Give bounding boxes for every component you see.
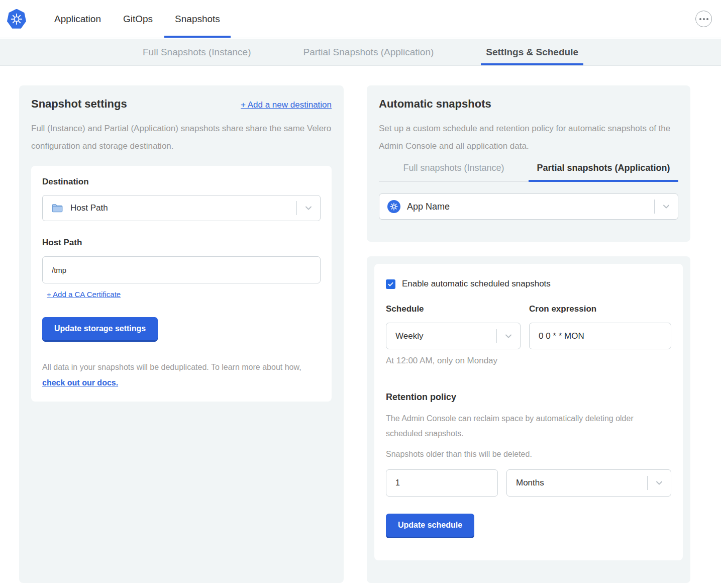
kubernetes-wheel-icon xyxy=(10,13,23,26)
update-schedule-button[interactable]: Update schedule xyxy=(386,514,474,537)
tab-full-instance-label: Full snapshots (Instance) xyxy=(403,163,504,173)
nav-snapshots-label: Snapshots xyxy=(175,14,220,25)
schedule-cron-grid: Schedule Weekly Cron expression xyxy=(386,304,671,349)
retention-hint: Snapshots older than this will be delete… xyxy=(386,450,671,459)
nav-application[interactable]: Application xyxy=(44,0,112,38)
chevron-down-icon xyxy=(648,478,671,488)
automatic-snapshots-title: Automatic snapshots xyxy=(379,97,678,111)
app-kubernetes-icon xyxy=(387,200,400,213)
storage-settings-form: Destination Host Path Host Path + Add a … xyxy=(31,166,332,402)
nav-gitops-label: GitOps xyxy=(123,14,153,25)
snapshots-subnav: Full Snapshots (Instance) Partial Snapsh… xyxy=(0,39,721,66)
schedule-select-control xyxy=(496,323,520,349)
top-navbar: Application GitOps Snapshots xyxy=(0,0,721,38)
snapshots-settings-page: Application GitOps Snapshots Full Snapsh… xyxy=(0,0,721,588)
nav-gitops[interactable]: GitOps xyxy=(113,0,163,38)
schedule-outer-card: Enable automatic scheduled snapshots Sch… xyxy=(367,256,690,583)
retention-row: Months xyxy=(386,469,671,497)
folder-icon xyxy=(51,202,64,215)
tab-full-snapshots-label: Full Snapshots (Instance) xyxy=(143,47,251,58)
app-select[interactable]: App Name xyxy=(379,193,678,220)
overflow-menu-icon[interactable] xyxy=(695,11,712,27)
snapshot-settings-card: Snapshot settings + Add a new destinatio… xyxy=(19,85,344,583)
dedup-text: All data in your snapshots will be dedup… xyxy=(42,363,301,371)
app-logo[interactable] xyxy=(0,0,43,38)
retention-value-input[interactable] xyxy=(386,469,498,497)
add-ca-certificate-link[interactable]: + Add a CA Certificate xyxy=(47,290,121,299)
snapshot-settings-title: Snapshot settings xyxy=(31,97,127,111)
host-path-input[interactable] xyxy=(42,256,321,283)
host-path-label: Host Path xyxy=(42,238,321,248)
chevron-down-icon xyxy=(497,331,520,341)
tab-partial-snapshots-label: Partial Snapshots (Application) xyxy=(303,47,434,58)
schedule-label: Schedule xyxy=(386,304,521,314)
tab-partial-snapshots-application[interactable]: Partial snapshots (Application) xyxy=(529,163,678,182)
automatic-snapshots-card: Automatic snapshots Set up a custom sche… xyxy=(367,85,690,242)
snapshot-settings-header: Snapshot settings + Add a new destinatio… xyxy=(31,97,332,111)
tab-settings-schedule[interactable]: Settings & Schedule xyxy=(481,39,583,65)
cron-hint: At 12:00 AM, only on Monday xyxy=(386,356,671,366)
schedule-column: Schedule Weekly xyxy=(386,304,521,349)
chevron-down-icon xyxy=(297,203,320,213)
retention-unit-select[interactable]: Months xyxy=(506,469,671,497)
chevron-down-icon xyxy=(655,202,678,212)
automatic-snapshots-tabs: Full snapshots (Instance) Partial snapsh… xyxy=(379,163,678,182)
app-select-control xyxy=(654,194,678,219)
header-actions xyxy=(695,0,721,38)
dedup-note: All data in your snapshots will be dedup… xyxy=(42,359,321,390)
retention-unit-value: Months xyxy=(516,478,544,488)
schedule-card: Enable automatic scheduled snapshots Sch… xyxy=(374,264,683,560)
snapshot-settings-description: Full (Instance) and Partial (Application… xyxy=(31,120,332,155)
update-storage-settings-button[interactable]: Update storage settings xyxy=(42,317,158,340)
retention-policy-title: Retention policy xyxy=(386,392,671,403)
nav-application-label: Application xyxy=(54,14,101,25)
destination-value: Host Path xyxy=(70,203,108,213)
destination-select[interactable]: Host Path xyxy=(42,195,321,221)
enable-snapshots-checkbox[interactable] xyxy=(386,279,395,289)
tab-settings-schedule-label: Settings & Schedule xyxy=(486,47,578,58)
tab-full-snapshots[interactable]: Full Snapshots (Instance) xyxy=(138,39,256,65)
checkmark-icon xyxy=(387,281,394,287)
cron-column: Cron expression xyxy=(529,304,671,349)
cron-expression-input[interactable] xyxy=(529,323,671,349)
main-nav: Application GitOps Snapshots xyxy=(43,0,231,38)
kubernetes-logo-icon xyxy=(7,9,26,29)
destination-label: Destination xyxy=(42,177,321,187)
tab-full-snapshots-instance[interactable]: Full snapshots (Instance) xyxy=(379,163,529,182)
docs-link[interactable]: check out our docs. xyxy=(42,378,118,387)
cron-expression-label: Cron expression xyxy=(529,304,671,314)
automatic-snapshots-description: Set up a custom schedule and retention p… xyxy=(379,120,678,155)
tab-partial-application-label: Partial snapshots (Application) xyxy=(537,163,670,173)
retention-policy-description: The Admin Console can reclaim space by a… xyxy=(386,411,671,441)
enable-snapshots-row: Enable automatic scheduled snapshots xyxy=(386,279,671,289)
schedule-interval-select[interactable]: Weekly xyxy=(386,323,521,349)
enable-snapshots-label: Enable automatic scheduled snapshots xyxy=(402,279,551,289)
nav-snapshots[interactable]: Snapshots xyxy=(164,0,231,38)
destination-select-control xyxy=(296,195,320,221)
app-select-value: App Name xyxy=(407,202,450,212)
tab-partial-snapshots[interactable]: Partial Snapshots (Application) xyxy=(298,39,439,65)
schedule-interval-value: Weekly xyxy=(395,331,423,341)
add-destination-link[interactable]: + Add a new destination xyxy=(241,100,332,110)
retention-select-control xyxy=(647,470,671,496)
